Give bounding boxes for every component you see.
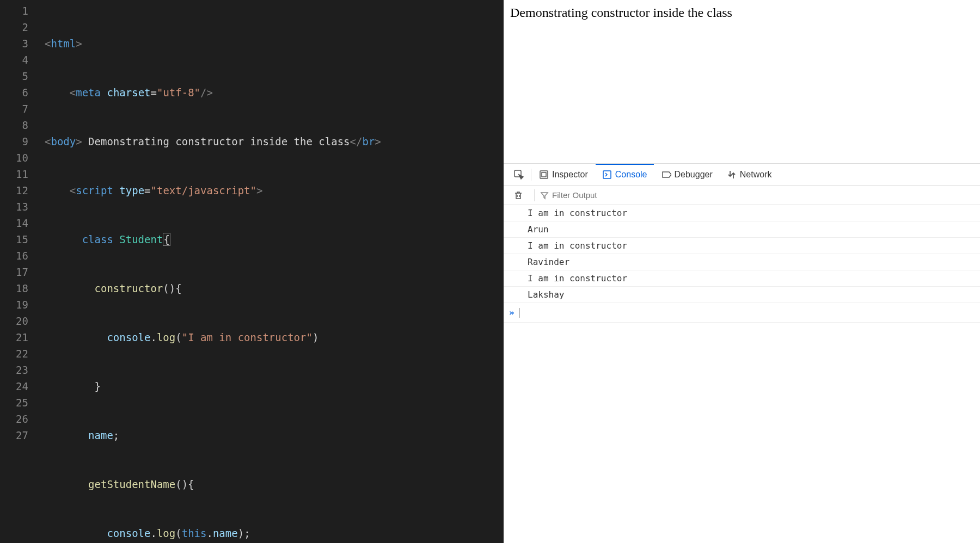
separator (531, 169, 531, 181)
tab-console[interactable]: Console (596, 164, 654, 185)
tab-debugger[interactable]: Debugger (655, 164, 719, 185)
line-number: 19 (0, 297, 28, 313)
line-number: 23 (0, 362, 28, 378)
code-line[interactable]: console.log(this.name); (45, 525, 504, 541)
element-picker-icon[interactable] (508, 164, 530, 185)
tab-inspector[interactable]: Inspector (532, 164, 595, 185)
line-number: 24 (0, 378, 28, 394)
tab-label: Debugger (675, 170, 713, 180)
console-message: I am in constructor (504, 205, 980, 221)
line-number: 25 (0, 394, 28, 411)
line-number: 8 (0, 117, 28, 133)
code-line[interactable]: name; (45, 427, 504, 443)
filter-input-field[interactable] (552, 190, 628, 200)
line-number: 12 (0, 182, 28, 199)
tab-label: Network (740, 170, 772, 180)
input-cursor (519, 308, 519, 318)
page-text: Demonstrating constructor inside the cla… (510, 5, 732, 20)
line-number: 21 (0, 329, 28, 345)
code-line[interactable]: constructor(){ (45, 280, 504, 297)
line-number: 15 (0, 231, 28, 248)
code-editor: 1 2 3 4 5 6 7 8 9 10 11 12 13 14 15 16 1… (0, 0, 504, 543)
tab-label: Inspector (552, 170, 588, 180)
line-number: 3 (0, 35, 28, 52)
separator (534, 189, 535, 201)
code-content[interactable]: <html> <meta charset="utf-8"/> <body> De… (40, 0, 504, 543)
browser-preview: Demonstrating constructor inside the cla… (504, 0, 980, 543)
console-toolbar (504, 186, 980, 205)
line-number: 9 (0, 133, 28, 150)
console-prompt[interactable]: » (504, 303, 980, 323)
line-number: 26 (0, 411, 28, 427)
line-number: 11 (0, 166, 28, 182)
console-message: I am in constructor (504, 270, 980, 287)
line-number: 22 (0, 345, 28, 362)
code-line[interactable]: <html> (45, 35, 504, 52)
line-number: 6 (0, 84, 28, 101)
code-line[interactable]: console.log("I am in constructor") (45, 329, 504, 345)
devtools-panel: Inspector Console Debugger Network (504, 163, 980, 543)
filter-output[interactable] (540, 190, 628, 200)
line-number: 20 (0, 313, 28, 329)
line-number: 27 (0, 427, 28, 443)
line-number: 7 (0, 101, 28, 117)
code-line[interactable]: <script type="text/javascript"> (45, 182, 504, 199)
code-line[interactable]: <meta charset="utf-8"/> (45, 84, 504, 101)
code-line[interactable]: class Student{ (45, 231, 504, 248)
line-number: 10 (0, 150, 28, 166)
line-number: 13 (0, 199, 28, 215)
console-message: I am in constructor (504, 238, 980, 254)
tab-label: Console (615, 170, 647, 180)
line-number: 16 (0, 248, 28, 264)
svg-rect-1 (540, 171, 548, 178)
console-message: Lakshay (504, 287, 980, 303)
line-number: 18 (0, 280, 28, 297)
code-line[interactable]: getStudentName(){ (45, 476, 504, 492)
console-message: Arun (504, 221, 980, 238)
console-message: Ravinder (504, 254, 980, 270)
page-body: Demonstrating constructor inside the cla… (504, 0, 980, 163)
svg-rect-2 (542, 172, 546, 177)
line-number: 4 (0, 52, 28, 68)
line-number: 14 (0, 215, 28, 231)
line-number-gutter: 1 2 3 4 5 6 7 8 9 10 11 12 13 14 15 16 1… (0, 0, 40, 543)
prompt-icon: » (509, 307, 514, 318)
line-number: 17 (0, 264, 28, 280)
line-number: 5 (0, 68, 28, 84)
console-output: I am in constructor Arun I am in constru… (504, 205, 980, 323)
tab-network[interactable]: Network (720, 164, 779, 185)
funnel-icon (540, 191, 549, 200)
code-line[interactable]: <body> Demonstrating constructor inside … (45, 133, 504, 150)
devtools-tab-bar: Inspector Console Debugger Network (504, 164, 980, 186)
code-line[interactable]: } (45, 378, 504, 394)
line-number: 1 (0, 3, 28, 19)
line-number: 2 (0, 19, 28, 35)
trash-icon[interactable] (508, 186, 529, 205)
